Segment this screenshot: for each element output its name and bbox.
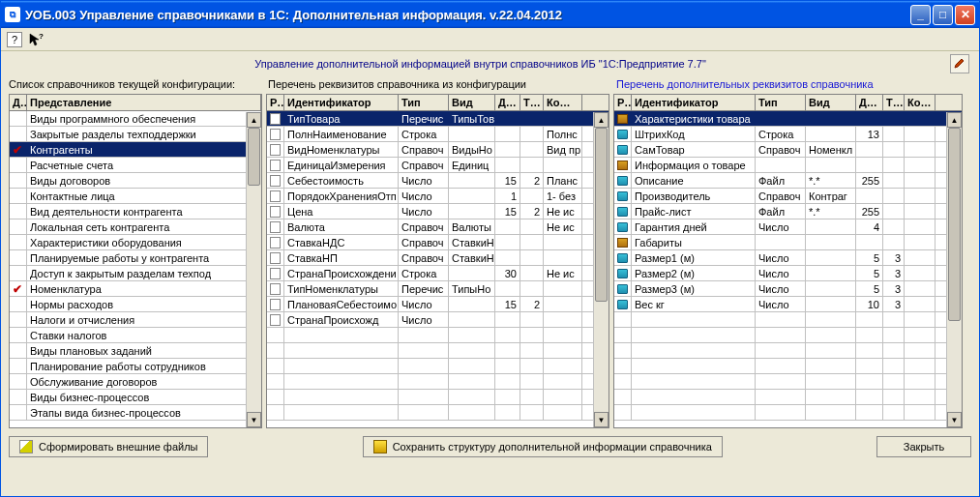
col-d[interactable]: Д… xyxy=(856,95,883,110)
table-row[interactable] xyxy=(614,405,962,421)
table-row[interactable]: Налоги и отчисления xyxy=(10,312,261,328)
help-icon[interactable]: ? xyxy=(7,32,22,47)
scroll-up-icon[interactable]: ▲ xyxy=(594,112,609,128)
table-row[interactable]: Характеристики оборудования xyxy=(10,235,261,250)
col-id[interactable]: Идентификатор xyxy=(284,95,399,110)
table-row[interactable]: ВалютаСправочВалютыНе ис xyxy=(267,219,609,235)
table-row[interactable]: ЕдиницаИзмеренияСправочЕдиниц xyxy=(267,158,609,173)
col-r[interactable]: Р… xyxy=(267,95,284,110)
scroll-down-icon[interactable]: ▼ xyxy=(947,412,962,427)
scroll-down-icon[interactable]: ▼ xyxy=(594,412,609,427)
table-row[interactable]: Размер1 (м)Число53 xyxy=(614,250,962,266)
table-row[interactable]: Планирование работы сотрудников xyxy=(10,359,261,374)
table-row[interactable]: ПроизводительСправочКонтраг xyxy=(614,189,962,204)
table-row[interactable]: Контактные лица xyxy=(10,189,261,204)
minimize-button[interactable]: _ xyxy=(910,5,931,25)
col-name[interactable]: Представление xyxy=(27,95,261,110)
scrollbar-left[interactable]: ▲ ▼ xyxy=(246,112,261,427)
save-structure-button[interactable]: Сохранить структуру дополнительной инфор… xyxy=(363,436,723,457)
grid-body-left[interactable]: Виды программного обеспеченияЗакрытые ра… xyxy=(10,111,261,426)
close-form-button[interactable]: Закрыть xyxy=(876,436,971,457)
col-type[interactable]: Тип xyxy=(399,95,449,110)
edit-icon[interactable] xyxy=(950,54,969,73)
grid-body-right[interactable]: Характеристики товараШтрихКодСтрока13Сам… xyxy=(614,111,962,426)
table-row[interactable] xyxy=(267,405,609,421)
table-row[interactable] xyxy=(614,390,962,405)
col-vid[interactable]: Вид xyxy=(806,95,856,110)
table-row[interactable]: Прайс-листФайл*.*255 xyxy=(614,204,962,219)
col-t[interactable]: Т… xyxy=(520,95,544,110)
col-vid[interactable]: Вид xyxy=(449,95,495,110)
table-row[interactable]: Габариты xyxy=(614,235,962,250)
scroll-up-icon[interactable]: ▲ xyxy=(947,112,962,128)
table-row[interactable]: СамТоварСправочНоменкл xyxy=(614,142,962,158)
table-row[interactable] xyxy=(614,359,962,374)
table-row[interactable]: Обслуживание договоров xyxy=(10,374,261,390)
table-row[interactable]: ОписаниеФайл*.*255 xyxy=(614,173,962,189)
table-row[interactable]: ВидНоменклатурыСправочВидыНоВид пр xyxy=(267,142,609,158)
table-row[interactable]: Размер2 (м)Число53 xyxy=(614,266,962,281)
scroll-thumb[interactable] xyxy=(248,128,260,186)
col-k[interactable]: Ко… xyxy=(544,95,582,110)
table-row[interactable]: СтранаПроисхождЧисло xyxy=(267,312,609,328)
col-d[interactable]: Д… xyxy=(495,95,520,110)
table-row[interactable]: Характеристики товара xyxy=(614,111,962,127)
maximize-button[interactable]: □ xyxy=(933,5,953,25)
table-row[interactable]: ПлановаяСебестоимоЧисло152 xyxy=(267,297,609,312)
table-row[interactable] xyxy=(614,328,962,343)
col-t[interactable]: Т… xyxy=(883,95,905,110)
table-row[interactable]: ПорядокХраненияОтпЧисло11- без xyxy=(267,189,609,204)
table-row[interactable]: СтавкаНПСправочСтавкиН xyxy=(267,250,609,266)
table-row[interactable]: Размер3 (м)Число53 xyxy=(614,281,962,297)
table-row[interactable]: Виды договоров xyxy=(10,173,261,189)
scroll-thumb[interactable] xyxy=(948,128,961,321)
table-row[interactable]: Вид деятельности контрагента xyxy=(10,204,261,219)
table-row[interactable]: Виды программного обеспечения xyxy=(10,111,261,127)
table-row[interactable]: ПолнНаименованиеСтрокаПолнс xyxy=(267,127,609,142)
table-row[interactable] xyxy=(267,328,609,343)
scrollbar-right[interactable]: ▲ ▼ xyxy=(946,112,962,427)
table-row[interactable]: ТипНоменклатурыПеречисТипыНо xyxy=(267,281,609,297)
table-row[interactable]: Этапы вида бизнес-процессов xyxy=(10,405,261,421)
table-row[interactable]: СебестоимостьЧисло152Планс xyxy=(267,173,609,189)
table-row[interactable] xyxy=(267,359,609,374)
table-row[interactable]: Информация о товаре xyxy=(614,158,962,173)
scroll-up-icon[interactable]: ▲ xyxy=(247,112,261,128)
table-row[interactable] xyxy=(614,343,962,359)
col-check[interactable]: Д… xyxy=(10,95,27,110)
table-row[interactable] xyxy=(614,312,962,328)
table-row[interactable] xyxy=(614,374,962,390)
table-row[interactable]: ЦенаЧисло152Не ис xyxy=(267,204,609,219)
table-row[interactable]: Нормы расходов xyxy=(10,297,261,312)
table-row[interactable]: Ставки налогов xyxy=(10,328,261,343)
table-row[interactable]: Виды бизнес-процессов xyxy=(10,390,261,405)
scroll-down-icon[interactable]: ▼ xyxy=(247,412,261,427)
table-row[interactable]: Закрытые разделы техподдержки xyxy=(10,127,261,142)
table-row[interactable]: ШтрихКодСтрока13 xyxy=(614,127,962,142)
generate-files-button[interactable]: Сформировать внешние файлы xyxy=(9,436,208,457)
grid-body-mid[interactable]: ТипТовараПеречисТипыТовПолнНаименованиеС… xyxy=(267,111,609,426)
table-row[interactable]: Локальная сеть контрагента xyxy=(10,219,261,235)
table-row[interactable] xyxy=(267,374,609,390)
scroll-thumb[interactable] xyxy=(595,128,608,302)
col-k[interactable]: Ко… xyxy=(905,95,935,110)
table-row[interactable]: ТипТовараПеречисТипыТов xyxy=(267,111,609,127)
table-row[interactable]: ✔Контрагенты xyxy=(10,142,261,158)
table-row[interactable]: Доступ к закрытым разделам техпод xyxy=(10,266,261,281)
table-row[interactable]: Планируемые работы у контрагента xyxy=(10,250,261,266)
col-type[interactable]: Тип xyxy=(756,95,806,110)
table-row[interactable] xyxy=(267,343,609,359)
cursor-help-icon[interactable]: ? xyxy=(28,32,44,47)
table-row[interactable] xyxy=(267,390,609,405)
table-row[interactable]: Виды плановых заданий xyxy=(10,343,261,359)
table-row[interactable]: Гарантия днейЧисло4 xyxy=(614,219,962,235)
col-r[interactable]: Р… xyxy=(614,95,632,110)
table-row[interactable]: Расчетные счета xyxy=(10,158,261,173)
close-button[interactable]: ✕ xyxy=(955,5,975,25)
table-row[interactable]: СтранаПроисхождениСтрока30Не ис xyxy=(267,266,609,281)
scrollbar-mid[interactable]: ▲ ▼ xyxy=(593,112,609,427)
table-row[interactable]: СтавкаНДССправочСтавкиН xyxy=(267,235,609,250)
table-row[interactable]: Вес кгЧисло103 xyxy=(614,297,962,312)
col-id[interactable]: Идентификатор xyxy=(632,95,756,110)
table-row[interactable]: ✔Номенклатура xyxy=(10,281,261,297)
